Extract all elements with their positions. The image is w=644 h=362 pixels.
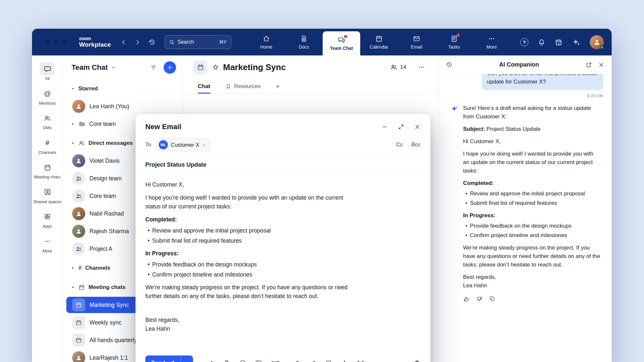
- history-icon[interactable]: [446, 61, 453, 68]
- send-options-button[interactable]: [181, 355, 193, 362]
- email-body-editor[interactable]: Hi Customer X, I hope you’re doing well!…: [136, 174, 364, 350]
- member-count[interactable]: 14: [390, 64, 406, 71]
- recipient-row: To ML Customer X Cc Bcc: [136, 134, 430, 156]
- nav-history-group: [120, 38, 155, 46]
- chat-header: Marketing Sync 14: [183, 55, 438, 79]
- people-icon: [78, 140, 85, 146]
- nav-team-chat[interactable]: Team Chat: [323, 31, 360, 55]
- nav-calendar[interactable]: Calendar: [360, 29, 398, 55]
- avatar: [72, 154, 85, 167]
- edit-icon[interactable]: [310, 360, 316, 362]
- nav-home[interactable]: Home: [248, 29, 285, 55]
- chevron-down-icon[interactable]: [111, 65, 116, 70]
- bcc-button[interactable]: Bcc: [411, 142, 421, 148]
- caret-down-icon: [71, 87, 75, 91]
- nav-docs[interactable]: Docs: [285, 29, 323, 55]
- nav-more[interactable]: More: [473, 29, 510, 55]
- new-chat-button[interactable]: [164, 61, 176, 74]
- send-button[interactable]: Send: [145, 355, 181, 362]
- ai-panel-header: AI Companion: [439, 55, 612, 74]
- calendar-icon: [375, 35, 383, 42]
- recipient-chip[interactable]: ML Customer X: [156, 138, 210, 151]
- group-avatar: [72, 189, 85, 203]
- meeting-calendar-icon: [40, 161, 55, 174]
- minimize-icon[interactable]: [381, 124, 388, 130]
- format-icons: GIF {x}: [207, 359, 380, 362]
- rail-meeting-chats[interactable]: Meeting chats: [32, 158, 62, 183]
- group-avatar: [72, 242, 85, 255]
- cc-button[interactable]: Cc: [396, 142, 403, 148]
- nav-email[interactable]: Email: [398, 29, 435, 55]
- rail-all[interactable]: All: [32, 59, 62, 84]
- copy-icon[interactable]: [489, 296, 495, 302]
- star-icon[interactable]: [212, 64, 219, 71]
- gif-icon[interactable]: GIF: [271, 360, 280, 362]
- meeting-chat-icon: [193, 60, 207, 74]
- nav-tasks[interactable]: Tasks: [435, 29, 473, 55]
- more-dots-icon: [40, 235, 55, 248]
- ai-compose-icon[interactable]: [341, 359, 348, 362]
- thumbs-up-icon[interactable]: [463, 296, 470, 302]
- ai-conversation: Can you draft an email that provides a s…: [439, 74, 612, 362]
- traffic-light-zoom[interactable]: [62, 40, 67, 44]
- rail-shared-spaces[interactable]: Shared spaces: [32, 183, 62, 207]
- variables-icon[interactable]: {x}: [357, 360, 364, 362]
- send-split-button: Send: [145, 355, 193, 362]
- team-chat-icon: [338, 36, 345, 44]
- history-icon[interactable]: [148, 38, 155, 46]
- sidebar-title[interactable]: Team Chat: [72, 63, 108, 72]
- filter-icon[interactable]: [150, 64, 157, 71]
- discard-draft-icon[interactable]: [413, 359, 421, 362]
- modal-title: New Email: [145, 123, 381, 131]
- forward-button[interactable]: [134, 39, 141, 46]
- rail-dms[interactable]: DMs: [32, 109, 62, 133]
- new-email-modal: New Email To ML Customer X Cc Bcc: [136, 114, 430, 362]
- folder-icon: [78, 120, 86, 128]
- emoji-icon[interactable]: [239, 359, 246, 362]
- meeting-chat-avatar: [72, 334, 85, 347]
- more-options-icon[interactable]: [373, 359, 380, 362]
- thumbs-down-icon[interactable]: [476, 296, 483, 302]
- chat-item-lea-hanh[interactable]: Lea Hanh (You): [63, 98, 183, 115]
- calendar-today-icon[interactable]: [555, 38, 562, 46]
- ai-companion-icon[interactable]: [572, 38, 580, 46]
- notifications-icon[interactable]: [538, 38, 545, 46]
- subject-field[interactable]: Project Status Update: [136, 156, 430, 173]
- tasks-badge: [457, 34, 460, 37]
- section-starred[interactable]: Starred: [63, 80, 183, 98]
- docs-icon: [300, 35, 308, 42]
- attach-file-icon[interactable]: [223, 360, 230, 362]
- close-icon[interactable]: [598, 62, 604, 68]
- traffic-light-minimize[interactable]: [54, 40, 58, 44]
- expand-icon[interactable]: [398, 124, 404, 130]
- avatar: [72, 207, 85, 220]
- rail-apps[interactable]: Apps: [32, 207, 62, 232]
- tab-resources[interactable]: Resources: [225, 79, 261, 94]
- signature-icon[interactable]: [207, 359, 215, 362]
- bookmark-icon: [225, 83, 231, 89]
- tab-chat[interactable]: Chat: [198, 79, 210, 94]
- chat-more-icon[interactable]: [418, 64, 425, 71]
- rail-mentions[interactable]: @ Mentions: [32, 84, 62, 109]
- image-icon[interactable]: [255, 359, 262, 362]
- ai-feedback-actions: [463, 296, 604, 302]
- add-tab-button[interactable]: +: [276, 79, 280, 94]
- rail-more[interactable]: More: [32, 232, 62, 257]
- open-external-icon[interactable]: [586, 62, 592, 68]
- search-input[interactable]: Search ⌘F: [165, 35, 231, 49]
- back-button[interactable]: [120, 39, 127, 46]
- close-icon[interactable]: [414, 124, 421, 130]
- recipient-avatar: ML: [159, 140, 168, 149]
- ai-companion-panel: AI Companion Can you draft an email that…: [438, 55, 612, 362]
- help-icon[interactable]: ?: [520, 38, 528, 46]
- lock-icon[interactable]: [294, 360, 301, 362]
- people-icon: [390, 64, 397, 71]
- remove-recipient-icon[interactable]: [202, 143, 206, 147]
- workplace-logo: Workplace: [79, 41, 111, 48]
- rail-channels[interactable]: # Channels: [32, 133, 62, 158]
- template-icon[interactable]: [325, 360, 332, 362]
- brand-logo: zoom Workplace: [79, 36, 111, 48]
- traffic-light-close[interactable]: [45, 40, 50, 44]
- search-icon: [169, 39, 175, 45]
- profile-avatar[interactable]: [590, 35, 604, 49]
